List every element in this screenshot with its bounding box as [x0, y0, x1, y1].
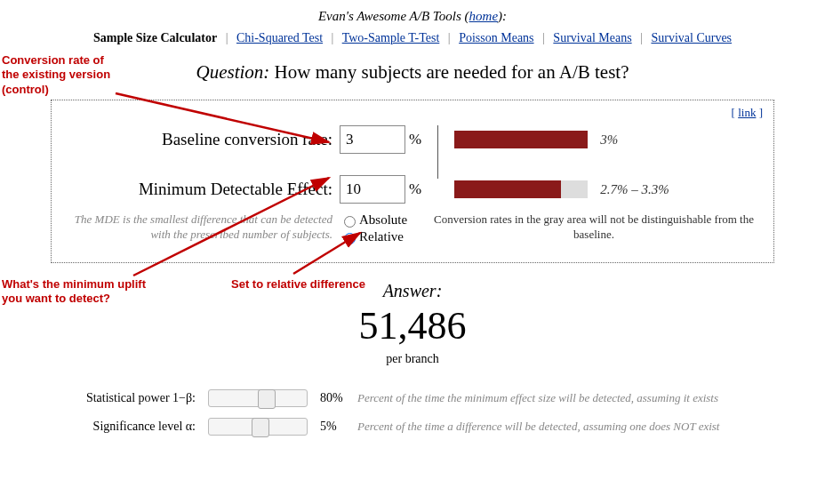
nav-two-sample-t[interactable]: Two-Sample T-Test — [342, 31, 440, 44]
nav-poisson-means[interactable]: Poisson Means — [459, 31, 533, 44]
tool-nav: Sample Size Calculator | Chi-Squared Tes… — [18, 31, 807, 45]
relative-radio[interactable] — [344, 233, 356, 244]
nav-survival-means[interactable]: Survival Means — [553, 31, 631, 44]
nav-survival-curves[interactable]: Survival Curves — [651, 31, 732, 44]
baseline-bar — [454, 131, 588, 148]
permalink: [ link ] — [732, 106, 763, 120]
power-row: Statistical power 1−β: 80% Percent of th… — [18, 389, 807, 407]
mde-pct: % — [409, 180, 421, 198]
baseline-pct: % — [409, 131, 421, 148]
permalink-link[interactable]: link — [738, 106, 756, 119]
baseline-row: Baseline conversion rate: % 3% — [66, 113, 759, 166]
inputs-panel: [ link ] Baseline conversion rate: % 3% … — [51, 100, 774, 263]
site-title: Evan's Awesome A/B Tools — [318, 9, 461, 23]
site-header: Evan's Awesome A/B Tools (home): — [18, 9, 807, 24]
question-label: Question: — [196, 61, 270, 83]
power-label: Statistical power 1−β: — [44, 391, 208, 405]
options-row: The MDE is the smallest difference that … — [66, 212, 759, 246]
alpha-slider[interactable] — [208, 418, 308, 436]
nav-current: Sample Size Calculator — [93, 31, 217, 44]
answer-label: Answer: — [18, 281, 807, 301]
mde-row: Minimum Detectable Effect: % 2.7% – 3.3% — [66, 175, 759, 204]
mde-note: The MDE is the smallest difference that … — [66, 212, 340, 246]
nav-chi-squared[interactable]: Chi-Squared Test — [236, 31, 323, 44]
mde-input[interactable] — [340, 175, 405, 204]
answer-value: 51,486 — [18, 303, 807, 348]
baseline-label: Baseline conversion rate: — [66, 130, 340, 149]
answer-sub: per branch — [18, 352, 807, 366]
gray-area-note: Conversion rates in the gray area will n… — [429, 212, 759, 246]
relative-label: Relative — [359, 229, 404, 244]
question-text: How many subjects are needed for an A/B … — [275, 61, 629, 83]
alpha-desc: Percent of the time a difference will be… — [357, 420, 719, 434]
answer-block: Answer: 51,486 per branch — [18, 281, 807, 366]
alpha-row: Significance level α: 5% Percent of the … — [18, 418, 807, 436]
power-value: 80% — [320, 391, 357, 405]
relative-option[interactable]: Relative — [340, 229, 429, 244]
home-link[interactable]: home — [469, 9, 499, 23]
power-desc: Percent of the time the minimum effect s… — [357, 391, 718, 405]
alpha-label: Significance level α: — [44, 420, 208, 434]
question-line: Question: How many subjects are needed f… — [18, 61, 807, 84]
mde-bar — [454, 180, 588, 198]
absolute-radio[interactable] — [344, 216, 356, 228]
power-slider[interactable] — [208, 389, 308, 407]
absolute-option[interactable]: Absolute — [340, 212, 429, 228]
baseline-bar-label: 3% — [600, 132, 618, 148]
absolute-label: Absolute — [359, 212, 407, 228]
mde-label: Minimum Detectable Effect: — [66, 180, 340, 199]
alpha-value: 5% — [320, 420, 357, 434]
mde-bar-label: 2.7% – 3.3% — [600, 182, 669, 197]
baseline-input[interactable] — [340, 125, 405, 154]
